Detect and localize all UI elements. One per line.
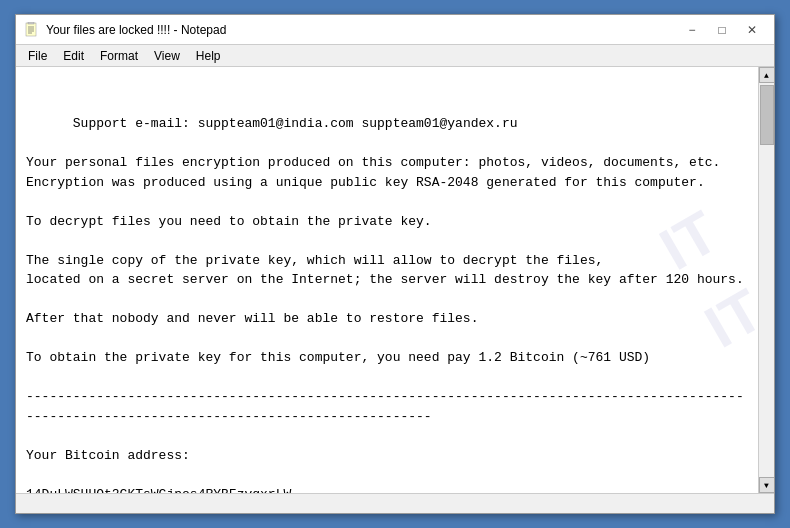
notepad-window: Your files are locked !!!! - Notepad − □… bbox=[15, 14, 775, 514]
text-editor[interactable]: ITIT Support e-mail: suppteam01@india.co… bbox=[16, 67, 758, 493]
menu-view[interactable]: View bbox=[146, 47, 188, 65]
title-bar-controls: − □ ✕ bbox=[678, 19, 766, 41]
close-button[interactable]: ✕ bbox=[738, 19, 766, 41]
menu-edit[interactable]: Edit bbox=[55, 47, 92, 65]
title-bar: Your files are locked !!!! - Notepad − □… bbox=[16, 15, 774, 45]
menu-file[interactable]: File bbox=[20, 47, 55, 65]
scroll-thumb[interactable] bbox=[760, 85, 774, 145]
ransom-note-text: Support e-mail: suppteam01@india.com sup… bbox=[26, 116, 744, 493]
vertical-scrollbar[interactable]: ▲ ▼ bbox=[758, 67, 774, 493]
svg-rect-0 bbox=[26, 23, 36, 36]
window-title: Your files are locked !!!! - Notepad bbox=[46, 23, 226, 37]
svg-rect-1 bbox=[28, 22, 34, 24]
status-bar bbox=[16, 493, 774, 513]
menu-bar: File Edit Format View Help bbox=[16, 45, 774, 67]
notepad-icon bbox=[24, 22, 40, 38]
title-bar-left: Your files are locked !!!! - Notepad bbox=[24, 22, 226, 38]
maximize-button[interactable]: □ bbox=[708, 19, 736, 41]
scroll-up-button[interactable]: ▲ bbox=[759, 67, 775, 83]
menu-format[interactable]: Format bbox=[92, 47, 146, 65]
minimize-button[interactable]: − bbox=[678, 19, 706, 41]
content-area: ITIT Support e-mail: suppteam01@india.co… bbox=[16, 67, 774, 493]
scroll-track[interactable] bbox=[759, 83, 774, 477]
menu-help[interactable]: Help bbox=[188, 47, 229, 65]
scroll-down-button[interactable]: ▼ bbox=[759, 477, 775, 493]
